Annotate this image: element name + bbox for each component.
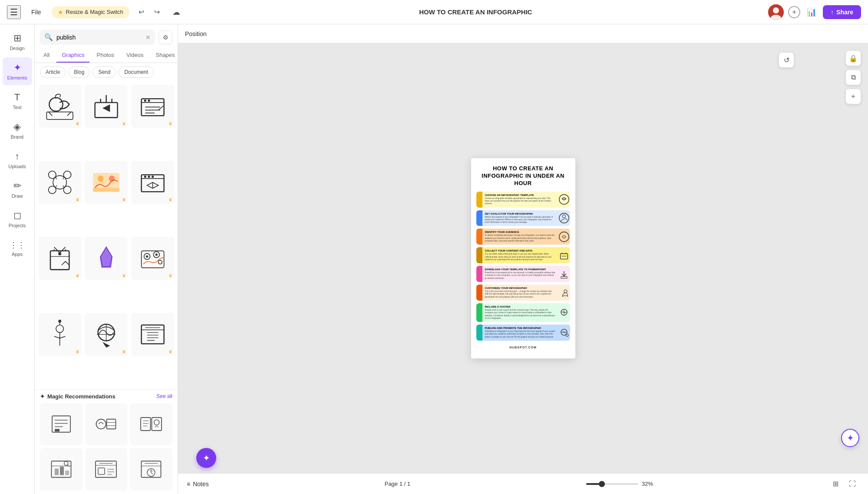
sidebar-item-projects[interactable]: ◻ Projects — [3, 205, 32, 233]
search-input-wrapper: 🔍 ✕ — [40, 30, 155, 45]
refresh-icon-button[interactable]: ↺ — [779, 52, 794, 68]
magic-item[interactable] — [130, 403, 172, 446]
magic-item-icon — [48, 456, 74, 482]
step-marker — [476, 192, 482, 208]
step-title: COLLECT YOUR CONTENT AND DATA — [485, 249, 555, 252]
zoom-slider[interactable] — [586, 483, 638, 485]
search-icon: 🔍 — [44, 33, 53, 41]
analytics-button[interactable]: 📊 — [805, 5, 818, 19]
brand-icon: ◈ — [13, 121, 21, 133]
menu-button[interactable]: ☰ — [7, 5, 21, 19]
step-text: PowerPoint is the easiest tool to use be… — [485, 272, 555, 280]
tag-blog[interactable]: Blog — [68, 66, 90, 78]
graphic-item[interactable]: ♛ — [131, 237, 174, 280]
position-label: Position — [185, 30, 207, 37]
avatar[interactable] — [768, 4, 784, 20]
copy-icon-button[interactable]: ⧉ — [845, 70, 861, 85]
magic-section-title: ✦ Magic Recommendations — [40, 393, 116, 400]
share-icon: ↑ — [831, 9, 834, 16]
tab-videos[interactable]: Videos — [121, 48, 149, 63]
redo-button[interactable]: ↪ — [150, 5, 164, 19]
fullscreen-button[interactable]: ⛶ — [845, 477, 859, 491]
graphic-item[interactable]: ♛ — [85, 237, 128, 280]
grid-view-button[interactable]: ⊞ — [829, 477, 843, 491]
step-title: INCLUDE A FOOTER — [485, 305, 555, 308]
cloud-save-button[interactable]: ☁ — [169, 5, 183, 19]
magic-item[interactable] — [40, 448, 83, 491]
projects-icon: ◻ — [13, 210, 21, 221]
step-marker — [476, 285, 482, 301]
sidebar-item-text[interactable]: T Text — [3, 87, 32, 115]
sidebar-item-brand[interactable]: ◈ Brand — [3, 116, 32, 144]
search-input[interactable] — [56, 34, 142, 41]
tab-shapes[interactable]: Shapes — [150, 48, 178, 63]
sidebar-item-label: Projects — [9, 223, 26, 228]
tag-send[interactable]: Send — [92, 66, 116, 78]
svg-point-1 — [773, 7, 779, 13]
sidebar-item-design[interactable]: ⊞ Design — [3, 28, 32, 56]
graphic-item[interactable]: ♛ — [38, 85, 81, 128]
svg-line-36 — [54, 336, 59, 338]
zoom-controls: 32% — [586, 481, 653, 487]
svg-rect-64 — [561, 276, 567, 278]
hamburger-icon: ☰ — [10, 7, 18, 17]
graphic-item[interactable]: ♛ — [85, 85, 128, 128]
sidebar-item-elements[interactable]: ✦ Elements — [3, 57, 32, 85]
graphic-icon — [45, 91, 75, 121]
infographic-step: IDENTIFY YOUR AUDIENCE To deliver compel… — [476, 229, 570, 245]
magic-see-all-button[interactable]: See all — [156, 393, 172, 399]
step-text: You can either collect third-party data … — [485, 253, 555, 261]
tag-article[interactable]: Article — [40, 66, 66, 78]
svg-point-21 — [152, 176, 154, 178]
add-collaborator-button[interactable]: + — [788, 6, 800, 18]
step-marker — [476, 266, 482, 282]
svg-point-3 — [49, 98, 63, 111]
svg-marker-26 — [100, 246, 112, 268]
premium-crown-icon: ♛ — [122, 273, 126, 278]
tag-document[interactable]: Document — [119, 66, 154, 78]
undo-button[interactable]: ↩ — [135, 5, 149, 19]
step-title: DOWNLOAD YOUR TEMPLATE TO POWERPOINT — [485, 268, 555, 271]
svg-point-12 — [49, 186, 56, 193]
graphic-icon — [45, 243, 75, 273]
step-title: SET GOALS FOR YOUR INFOGRAPHIC — [485, 212, 555, 215]
sidebar-item-uploads[interactable]: ↑ Uploads — [3, 146, 32, 174]
design-icon: ⊞ — [13, 33, 21, 44]
search-filter-button[interactable]: ⚙ — [158, 30, 172, 44]
sidebar-item-label: Text — [13, 105, 21, 110]
graphic-item[interactable]: ♛ — [38, 237, 81, 280]
share-button[interactable]: ↑ Share — [823, 5, 861, 19]
lock-icon-button[interactable]: 🔒 — [845, 50, 861, 66]
graphic-item[interactable]: ♛ — [131, 313, 174, 356]
tab-graphics[interactable]: Graphics — [56, 48, 89, 63]
file-button[interactable]: File — [26, 6, 46, 18]
graphic-item[interactable]: ♛ — [131, 85, 174, 128]
svg-rect-63 — [560, 254, 568, 259]
search-clear-button[interactable]: ✕ — [145, 34, 151, 41]
magic-assistant-button[interactable]: ✦ — [841, 429, 859, 447]
zoom-handle[interactable] — [599, 481, 605, 487]
magic-switch-button[interactable]: ★ Resize & Magic Switch — [52, 6, 129, 18]
premium-crown-icon: ♛ — [122, 349, 126, 354]
graphic-item[interactable]: ♛ — [85, 161, 128, 204]
graphic-item[interactable]: ♛ — [38, 313, 81, 356]
graphic-item[interactable]: ♛ — [131, 161, 174, 204]
sidebar-item-draw[interactable]: ✏ Draw — [3, 176, 32, 203]
magic-fab-button[interactable]: ✦ — [196, 448, 216, 468]
premium-crown-icon: ♛ — [122, 121, 126, 126]
graphic-item[interactable]: ♛ — [85, 313, 128, 356]
canvas-content[interactable]: 🔒 ⧉ + ↺ HOW TO CREATE AN INFOGRAPHIC IN … — [178, 43, 868, 473]
svg-point-13 — [63, 186, 71, 193]
magic-item[interactable] — [85, 448, 128, 491]
notes-button[interactable]: ≡ Notes — [187, 481, 209, 487]
magic-item[interactable] — [130, 448, 172, 491]
infographic-step: PUBLISH AND PROMOTE THE INFOGRAPHIC Publ… — [476, 325, 570, 341]
sidebar-item-apps[interactable]: ⋮⋮ Apps — [3, 235, 32, 262]
graphic-item[interactable]: ♛ — [38, 161, 81, 204]
hubspot-label: HUBSPOT.COM — [476, 343, 570, 351]
tab-all[interactable]: All — [38, 48, 55, 63]
expand-icon-button[interactable]: + — [845, 89, 861, 104]
tab-photos[interactable]: Photos — [91, 48, 119, 63]
magic-item[interactable] — [85, 403, 128, 446]
magic-item[interactable] — [40, 403, 83, 446]
